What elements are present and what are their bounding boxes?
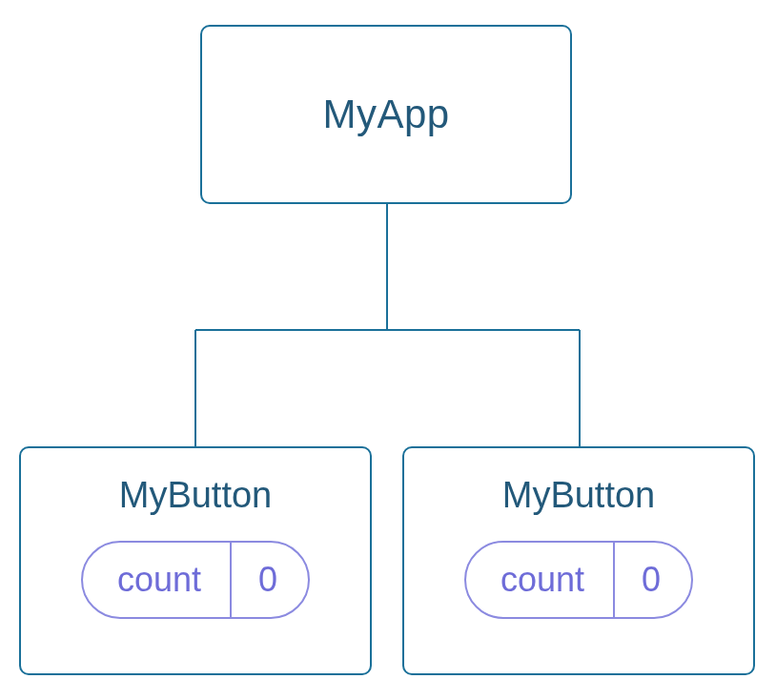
state-pill: count 0 <box>464 541 693 619</box>
root-node-myapp: MyApp <box>200 25 572 204</box>
state-pill: count 0 <box>81 541 310 619</box>
state-name: count <box>466 543 613 617</box>
state-value: 0 <box>232 543 308 617</box>
component-tree-diagram: MyApp MyButton count 0 MyButton count 0 <box>0 0 776 700</box>
child-node-mybutton-left: MyButton count 0 <box>19 446 372 675</box>
child-node-mybutton-right: MyButton count 0 <box>402 446 755 675</box>
state-name: count <box>83 543 230 617</box>
child-node-label: MyButton <box>502 475 656 516</box>
root-node-label: MyApp <box>322 92 449 137</box>
child-node-label: MyButton <box>119 475 273 516</box>
state-value: 0 <box>615 543 691 617</box>
